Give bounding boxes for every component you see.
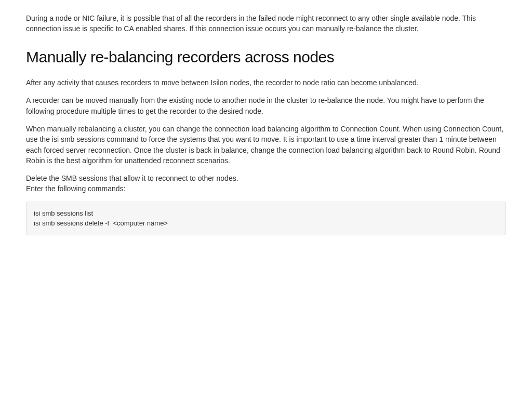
section-heading: Manually re-balancing recorders across n… (26, 46, 506, 69)
body-paragraph-1: After any activity that causes recorders… (26, 77, 506, 88)
code-block: isi smb sessions list isi smb sessions d… (26, 202, 506, 235)
instruction-line-2: Enter the following commands: (26, 183, 506, 194)
body-paragraph-2: A recorder can be moved manually from th… (26, 95, 506, 116)
body-paragraph-3: When manually rebalancing a cluster, you… (26, 124, 506, 166)
instruction-line-1: Delete the SMB sessions that allow it to… (26, 173, 506, 183)
intro-paragraph: During a node or NIC failure, it is poss… (26, 13, 506, 34)
